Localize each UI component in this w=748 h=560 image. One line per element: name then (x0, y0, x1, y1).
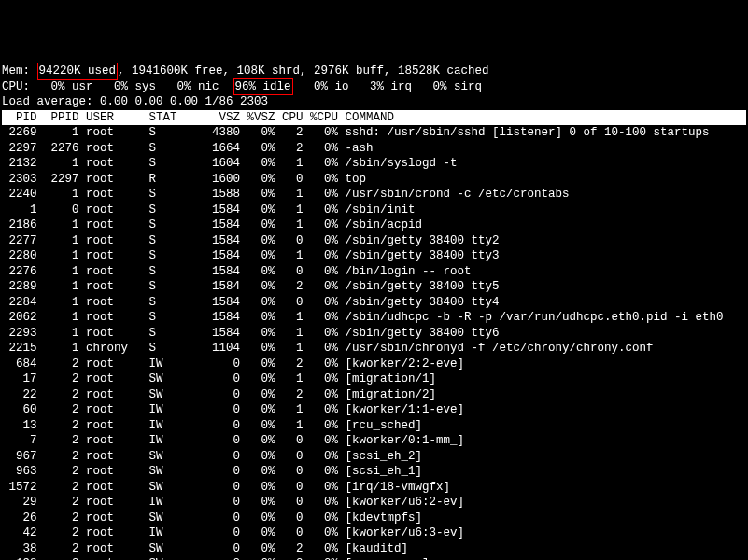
process-row: 29 2 root IW 0 0% 0 0% [kworker/u6:2-ev] (2, 495, 746, 511)
process-row: 967 2 root SW 0 0% 0 0% [scsi_eh_2] (2, 449, 746, 465)
cpu-line: CPU: 0% usr 0% sys 0% nic 96% idle 0% io… (2, 79, 746, 95)
process-row: 2269 1 root S 4380 0% 2 0% sshd: /usr/sb… (2, 125, 746, 141)
process-row: 60 2 root IW 0 0% 1 0% [kworker/1:1-eve] (2, 402, 746, 418)
process-row: 2280 1 root S 1584 0% 1 0% /sbin/getty 3… (2, 248, 746, 264)
load-line: Load average: 0.00 0.00 0.00 1/86 2303 (2, 94, 746, 110)
process-row: 2277 1 root S 1584 0% 0 0% /sbin/getty 3… (2, 233, 746, 249)
process-row: 17 2 root SW 0 0% 1 0% [migration/1] (2, 371, 746, 387)
process-row: 2132 1 root S 1604 0% 1 0% /sbin/syslogd… (2, 156, 746, 172)
cpu-idle-highlight: 96% idle (233, 78, 293, 96)
process-row: 2293 1 root S 1584 0% 1 0% /sbin/getty 3… (2, 326, 746, 342)
process-row: 38 2 root SW 0 0% 2 0% [kauditd] (2, 541, 746, 557)
process-row: 198 2 root SW 0 0% 0 0% [oom_reaper] (2, 556, 746, 560)
process-row: 2303 2297 root R 1600 0% 0 0% top (2, 172, 746, 188)
column-header-row: PID PPID USER STAT VSZ %VSZ CPU %CPU COM… (2, 110, 746, 126)
process-row: 7 2 root IW 0 0% 0 0% [kworker/0:1-mm_] (2, 433, 746, 449)
process-row: 963 2 root SW 0 0% 0 0% [scsi_eh_1] (2, 464, 746, 480)
terminal-output[interactable]: Mem: 94220K used, 1941600K free, 108K sh… (2, 63, 746, 560)
process-row: 2276 1 root S 1584 0% 0 0% /bin/login --… (2, 264, 746, 280)
process-row: 2284 1 root S 1584 0% 0 0% /sbin/getty 3… (2, 295, 746, 311)
process-row: 2297 2276 root S 1664 0% 2 0% -ash (2, 141, 746, 157)
process-row: 684 2 root IW 0 0% 2 0% [kworker/2:2-eve… (2, 357, 746, 372)
process-row: 2240 1 root S 1588 0% 1 0% /usr/sbin/cro… (2, 187, 746, 203)
process-row: 22 2 root SW 0 0% 2 0% [migration/2] (2, 387, 746, 403)
process-row: 2186 1 root S 1584 0% 1 0% /sbin/acpid (2, 217, 746, 233)
process-row: 13 2 root IW 0 0% 1 0% [rcu_sched] (2, 418, 746, 434)
process-row: 2062 1 root S 1584 0% 1 0% /sbin/udhcpc … (2, 310, 746, 326)
process-row: 2289 1 root S 1584 0% 2 0% /sbin/getty 3… (2, 279, 746, 295)
process-row: 42 2 root IW 0 0% 0 0% [kworker/u6:3-ev] (2, 525, 746, 541)
mem-used-highlight: 94220K used (37, 63, 119, 80)
process-row: 1 0 root S 1584 0% 1 0% /sbin/init (2, 203, 746, 218)
process-row: 26 2 root SW 0 0% 0 0% [kdevtmpfs] (2, 511, 746, 526)
mem-line: Mem: 94220K used, 1941600K free, 108K sh… (2, 63, 746, 79)
process-row: 2215 1 chrony S 1104 0% 1 0% /usr/sbin/c… (2, 341, 746, 357)
process-row: 1572 2 root SW 0 0% 0 0% [irq/18-vmwgfx] (2, 480, 746, 496)
